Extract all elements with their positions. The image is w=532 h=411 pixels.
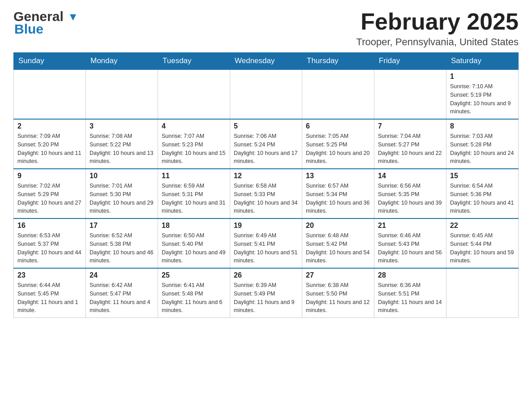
table-row: 25Sunrise: 6:41 AMSunset: 5:48 PMDayligh… — [158, 268, 230, 318]
day-number: 8 — [450, 122, 515, 130]
day-number: 10 — [90, 172, 154, 180]
day-number: 28 — [378, 271, 442, 279]
table-row — [446, 268, 519, 318]
day-number: 23 — [17, 271, 82, 279]
table-row: 2Sunrise: 7:09 AMSunset: 5:20 PMDaylight… — [14, 119, 86, 169]
day-number: 2 — [17, 122, 82, 130]
day-number: 24 — [90, 271, 154, 279]
day-info: Sunrise: 6:39 AMSunset: 5:49 PMDaylight:… — [234, 281, 298, 315]
header-wednesday: Wednesday — [230, 53, 302, 70]
table-row: 4Sunrise: 7:07 AMSunset: 5:23 PMDaylight… — [158, 119, 230, 169]
day-number: 22 — [450, 222, 515, 230]
day-number: 3 — [90, 122, 154, 130]
day-number: 19 — [234, 222, 298, 230]
table-row: 8Sunrise: 7:03 AMSunset: 5:28 PMDaylight… — [446, 119, 519, 169]
day-number: 25 — [162, 271, 226, 279]
table-row: 1Sunrise: 7:10 AMSunset: 5:19 PMDaylight… — [446, 69, 519, 119]
day-info: Sunrise: 6:36 AMSunset: 5:51 PMDaylight:… — [378, 281, 442, 315]
day-info: Sunrise: 6:45 AMSunset: 5:44 PMDaylight:… — [450, 231, 515, 265]
day-info: Sunrise: 7:04 AMSunset: 5:27 PMDaylight:… — [378, 132, 442, 166]
day-info: Sunrise: 7:07 AMSunset: 5:23 PMDaylight:… — [162, 132, 226, 166]
table-row — [158, 69, 230, 119]
day-info: Sunrise: 6:42 AMSunset: 5:47 PMDaylight:… — [90, 281, 154, 315]
day-info: Sunrise: 6:58 AMSunset: 5:33 PMDaylight:… — [234, 182, 298, 215]
table-row: 22Sunrise: 6:45 AMSunset: 5:44 PMDayligh… — [446, 218, 519, 268]
svg-marker-0 — [70, 14, 76, 21]
day-number: 17 — [90, 222, 154, 230]
day-number: 11 — [162, 172, 226, 180]
table-row: 3Sunrise: 7:08 AMSunset: 5:22 PMDaylight… — [86, 119, 158, 169]
week-row-5: 23Sunrise: 6:44 AMSunset: 5:45 PMDayligh… — [14, 268, 519, 318]
day-number: 16 — [17, 222, 82, 230]
day-number: 18 — [162, 222, 226, 230]
table-row: 10Sunrise: 7:01 AMSunset: 5:30 PMDayligh… — [86, 169, 158, 218]
table-row: 13Sunrise: 6:57 AMSunset: 5:34 PMDayligh… — [302, 169, 374, 218]
location-text: Trooper, Pennsylvania, United States — [356, 36, 519, 48]
logo: General Blue — [13, 9, 78, 37]
day-info: Sunrise: 7:10 AMSunset: 5:19 PMDaylight:… — [450, 82, 515, 116]
day-info: Sunrise: 6:54 AMSunset: 5:36 PMDaylight:… — [450, 182, 515, 215]
day-info: Sunrise: 6:44 AMSunset: 5:45 PMDaylight:… — [17, 281, 82, 315]
table-row: 14Sunrise: 6:56 AMSunset: 5:35 PMDayligh… — [374, 169, 446, 218]
table-row: 15Sunrise: 6:54 AMSunset: 5:36 PMDayligh… — [446, 169, 519, 218]
day-info: Sunrise: 6:49 AMSunset: 5:41 PMDaylight:… — [234, 231, 298, 265]
table-row: 6Sunrise: 7:05 AMSunset: 5:25 PMDaylight… — [302, 119, 374, 169]
day-number: 12 — [234, 172, 298, 180]
day-info: Sunrise: 6:57 AMSunset: 5:34 PMDaylight:… — [306, 182, 370, 215]
week-row-1: 1Sunrise: 7:10 AMSunset: 5:19 PMDaylight… — [14, 69, 519, 119]
header-thursday: Thursday — [302, 53, 374, 70]
table-row — [302, 69, 374, 119]
week-row-2: 2Sunrise: 7:09 AMSunset: 5:20 PMDaylight… — [14, 119, 519, 169]
day-number: 13 — [306, 172, 370, 180]
table-row: 11Sunrise: 6:59 AMSunset: 5:31 PMDayligh… — [158, 169, 230, 218]
header-monday: Monday — [86, 53, 158, 70]
calendar-table: Sunday Monday Tuesday Wednesday Thursday… — [13, 52, 519, 318]
table-row: 23Sunrise: 6:44 AMSunset: 5:45 PMDayligh… — [14, 268, 86, 318]
day-info: Sunrise: 7:06 AMSunset: 5:24 PMDaylight:… — [234, 132, 298, 166]
day-number: 26 — [234, 271, 298, 279]
day-number: 15 — [450, 172, 515, 180]
header-sunday: Sunday — [14, 53, 86, 70]
logo-blue-text: Blue — [13, 21, 43, 37]
day-number: 1 — [450, 73, 515, 81]
day-info: Sunrise: 7:09 AMSunset: 5:20 PMDaylight:… — [17, 132, 82, 166]
logo-arrow-icon — [68, 13, 78, 22]
title-section: February 2025 Trooper, Pennsylvania, Uni… — [356, 9, 519, 48]
day-info: Sunrise: 6:50 AMSunset: 5:40 PMDaylight:… — [162, 231, 226, 265]
day-number: 9 — [17, 172, 82, 180]
day-info: Sunrise: 7:08 AMSunset: 5:22 PMDaylight:… — [90, 132, 154, 166]
day-number: 27 — [306, 271, 370, 279]
day-info: Sunrise: 6:59 AMSunset: 5:31 PMDaylight:… — [162, 182, 226, 215]
header-saturday: Saturday — [446, 53, 519, 70]
header-tuesday: Tuesday — [158, 53, 230, 70]
table-row: 9Sunrise: 7:02 AMSunset: 5:29 PMDaylight… — [14, 169, 86, 218]
day-info: Sunrise: 6:53 AMSunset: 5:37 PMDaylight:… — [17, 231, 82, 265]
table-row: 7Sunrise: 7:04 AMSunset: 5:27 PMDaylight… — [374, 119, 446, 169]
day-info: Sunrise: 6:52 AMSunset: 5:38 PMDaylight:… — [90, 231, 154, 265]
day-info: Sunrise: 7:03 AMSunset: 5:28 PMDaylight:… — [450, 132, 515, 166]
weekday-header-row: Sunday Monday Tuesday Wednesday Thursday… — [14, 53, 519, 70]
day-info: Sunrise: 7:05 AMSunset: 5:25 PMDaylight:… — [306, 132, 370, 166]
table-row — [86, 69, 158, 119]
day-number: 14 — [378, 172, 442, 180]
month-title: February 2025 — [356, 9, 519, 34]
day-info: Sunrise: 6:56 AMSunset: 5:35 PMDaylight:… — [378, 182, 442, 215]
day-info: Sunrise: 6:38 AMSunset: 5:50 PMDaylight:… — [306, 281, 370, 315]
day-number: 21 — [378, 222, 442, 230]
table-row: 12Sunrise: 6:58 AMSunset: 5:33 PMDayligh… — [230, 169, 302, 218]
day-number: 7 — [378, 122, 442, 130]
day-number: 20 — [306, 222, 370, 230]
page-header: General Blue February 2025 Trooper, Penn… — [13, 9, 519, 48]
table-row: 19Sunrise: 6:49 AMSunset: 5:41 PMDayligh… — [230, 218, 302, 268]
table-row — [230, 69, 302, 119]
week-row-3: 9Sunrise: 7:02 AMSunset: 5:29 PMDaylight… — [14, 169, 519, 218]
table-row: 18Sunrise: 6:50 AMSunset: 5:40 PMDayligh… — [158, 218, 230, 268]
day-number: 4 — [162, 122, 226, 130]
table-row: 21Sunrise: 6:46 AMSunset: 5:43 PMDayligh… — [374, 218, 446, 268]
table-row: 16Sunrise: 6:53 AMSunset: 5:37 PMDayligh… — [14, 218, 86, 268]
table-row: 27Sunrise: 6:38 AMSunset: 5:50 PMDayligh… — [302, 268, 374, 318]
day-info: Sunrise: 6:48 AMSunset: 5:42 PMDaylight:… — [306, 231, 370, 265]
day-info: Sunrise: 6:41 AMSunset: 5:48 PMDaylight:… — [162, 281, 226, 315]
table-row: 28Sunrise: 6:36 AMSunset: 5:51 PMDayligh… — [374, 268, 446, 318]
day-info: Sunrise: 7:01 AMSunset: 5:30 PMDaylight:… — [90, 182, 154, 215]
